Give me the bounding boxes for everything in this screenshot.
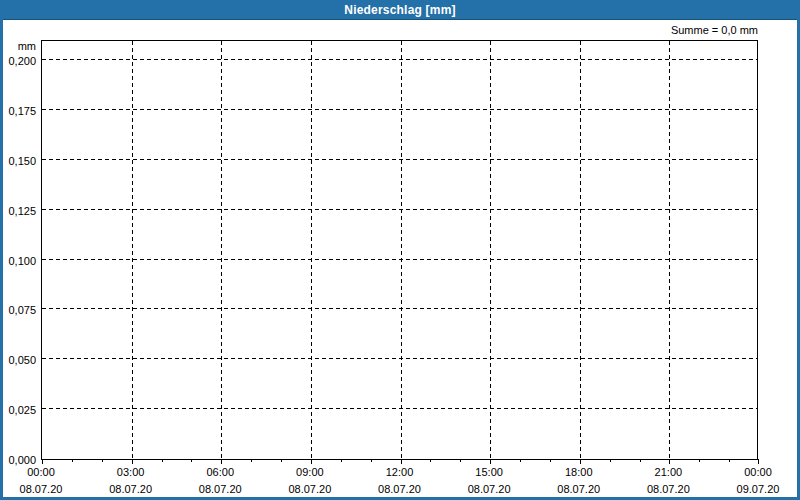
x-tick-time-label: 03:00 [99,466,163,479]
sum-label: Summe = 0,0 mm [0,24,758,36]
chart-window: Niederschlag [mm] Summe = 0,0 mm mm 0,00… [0,0,800,500]
x-tick-date-label: 08.07.20 [9,483,73,496]
x-minor-tick [729,459,730,462]
x-tick-date-label: 08.07.20 [547,483,611,496]
gridline-vertical [311,41,312,459]
x-tick-time-label: 09:00 [278,466,342,479]
y-axis-unit-label: mm [0,40,36,52]
x-tick-date-label: 08.07.20 [278,483,342,496]
x-major-tick [490,459,491,464]
x-minor-tick [699,459,700,462]
x-tick-date-label: 08.07.20 [636,483,700,496]
x-minor-tick [610,459,611,462]
x-tick-date-label: 08.07.20 [457,483,521,496]
x-major-tick [401,459,402,464]
gridline-horizontal [42,358,757,359]
y-tick-label: 0,200 [0,55,36,68]
y-tick-label: 0,175 [0,105,36,118]
x-tick-time-label: 12:00 [368,466,432,479]
x-major-tick [758,459,759,464]
chart-title: Niederschlag [mm] [344,3,455,17]
gridline-vertical [580,41,581,459]
x-tick-date-label: 08.07.20 [99,483,163,496]
x-minor-tick [640,459,641,462]
gridline-horizontal [42,59,757,60]
x-minor-tick [371,459,372,462]
x-tick-time-label: 06:00 [188,466,252,479]
x-major-tick [311,459,312,464]
gridline-horizontal [42,159,757,160]
gridline-vertical [401,41,402,459]
x-minor-tick [281,459,282,462]
x-tick-time-label: 00:00 [9,466,73,479]
x-major-tick [221,459,222,464]
x-minor-tick [162,459,163,462]
x-major-tick [42,459,43,464]
x-minor-tick [550,459,551,462]
x-tick-date-label: 08.07.20 [368,483,432,496]
y-tick-label: 0,125 [0,205,36,218]
x-tick-time-label: 18:00 [547,466,611,479]
gridline-vertical [490,41,491,459]
x-tick-date-label: 08.07.20 [188,483,252,496]
gridline-horizontal [42,209,757,210]
gridline-vertical [132,41,133,459]
x-minor-tick [430,459,431,462]
gridline-vertical [669,41,670,459]
y-tick-label: 0,100 [0,255,36,268]
x-major-tick [132,459,133,464]
x-major-tick [580,459,581,464]
x-minor-tick [102,459,103,462]
x-minor-tick [251,459,252,462]
y-tick-label: 0,075 [0,304,36,317]
x-tick-time-label: 00:00 [726,466,790,479]
x-minor-tick [72,459,73,462]
gridline-horizontal [42,408,757,409]
title-bar: Niederschlag [mm] [0,0,800,20]
x-minor-tick [520,459,521,462]
x-tick-date-label: 09.07.20 [726,483,790,496]
x-minor-tick [341,459,342,462]
x-minor-tick [191,459,192,462]
gridline-horizontal [42,109,757,110]
gridline-horizontal [42,259,757,260]
gridline-horizontal [42,308,757,309]
x-major-tick [669,459,670,464]
gridline-vertical [221,41,222,459]
y-tick-label: 0,025 [0,404,36,417]
x-tick-time-label: 21:00 [636,466,700,479]
plot-area [41,40,758,460]
y-tick-label: 0,150 [0,155,36,168]
x-minor-tick [460,459,461,462]
x-tick-time-label: 15:00 [457,466,521,479]
y-tick-label: 0,050 [0,354,36,367]
